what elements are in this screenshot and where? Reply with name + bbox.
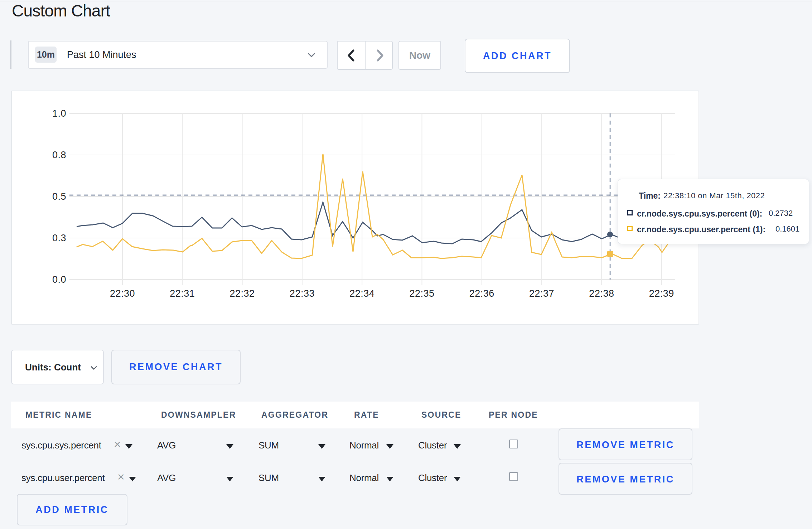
svg-text:1.0: 1.0 — [52, 108, 66, 119]
svg-text:22:30: 22:30 — [110, 288, 135, 299]
svg-text:22:34: 22:34 — [349, 288, 374, 299]
svg-text:22:39: 22:39 — [649, 288, 674, 299]
svg-text:22:36: 22:36 — [469, 288, 494, 299]
svg-text:22:31: 22:31 — [170, 288, 195, 299]
svg-text:0.8: 0.8 — [52, 150, 66, 160]
svg-text:0.5: 0.5 — [52, 191, 66, 202]
svg-text:22:38: 22:38 — [589, 288, 614, 299]
svg-text:22:33: 22:33 — [290, 288, 315, 299]
svg-text:22:32: 22:32 — [230, 288, 255, 299]
svg-text:22:35: 22:35 — [409, 288, 434, 299]
svg-text:0.0: 0.0 — [52, 274, 66, 285]
svg-text:0.3: 0.3 — [52, 233, 66, 243]
svg-text:22:37: 22:37 — [529, 288, 554, 299]
